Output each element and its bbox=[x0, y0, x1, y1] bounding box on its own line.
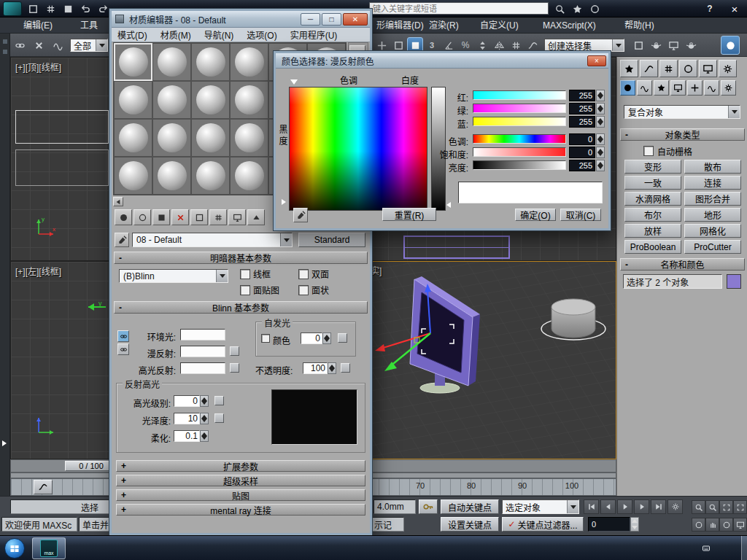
category-spacewarps[interactable] bbox=[704, 80, 719, 96]
whiteness-marker-icon[interactable] bbox=[446, 202, 451, 208]
hue-value-field[interactable]: 0 bbox=[569, 133, 595, 145]
start-button[interactable] bbox=[4, 538, 25, 559]
material-type-button[interactable]: Standard bbox=[298, 233, 365, 247]
help-icon[interactable]: ? bbox=[702, 1, 718, 17]
select-and-link-icon[interactable] bbox=[12, 37, 28, 53]
open-file-icon[interactable] bbox=[42, 1, 58, 17]
reset-material-icon[interactable] bbox=[171, 209, 189, 225]
object-button-procutter[interactable]: ProCutter bbox=[684, 240, 741, 254]
tab-display[interactable] bbox=[699, 60, 717, 77]
zoom-extents-icon[interactable] bbox=[719, 500, 733, 514]
ambient-color-swatch[interactable] bbox=[180, 329, 225, 341]
faceted-checkbox[interactable] bbox=[298, 285, 309, 295]
material-sample-slot[interactable] bbox=[152, 157, 191, 195]
red-value-field[interactable]: 255 bbox=[569, 90, 595, 101]
make-unique-icon[interactable] bbox=[190, 209, 208, 225]
zoom-extents-all-icon[interactable] bbox=[733, 500, 747, 514]
object-button-proboolean[interactable]: ProBoolean bbox=[624, 240, 681, 254]
material-sample-slot[interactable] bbox=[191, 81, 230, 119]
render-production-icon[interactable] bbox=[683, 37, 699, 53]
material-sample-slot[interactable] bbox=[230, 43, 268, 81]
menu-modes[interactable]: 模式(D) bbox=[117, 28, 147, 41]
material-sample-slot[interactable] bbox=[152, 43, 191, 81]
rollout-maps[interactable]: + 贴图 bbox=[116, 489, 365, 501]
maximize-viewport-icon[interactable] bbox=[733, 518, 747, 532]
rendered-frame-icon[interactable] bbox=[665, 37, 681, 53]
redo-icon[interactable] bbox=[95, 1, 111, 17]
assign-to-selection-icon[interactable] bbox=[152, 209, 170, 225]
material-sample-slot[interactable] bbox=[191, 157, 230, 195]
pick-material-eyedropper-icon[interactable] bbox=[115, 233, 129, 247]
specular-level-field[interactable]: 0 bbox=[174, 395, 200, 407]
self-illum-color-checkbox[interactable] bbox=[261, 334, 270, 343]
go-to-parent-icon[interactable] bbox=[247, 209, 265, 225]
set-key-button[interactable]: 设置关键点 bbox=[441, 517, 499, 532]
selection-filter-dropdown[interactable]: 全部 bbox=[70, 39, 108, 52]
named-selection-set-dropdown[interactable]: 创建选择集 bbox=[544, 39, 624, 52]
bind-to-spacewarp-icon[interactable] bbox=[50, 37, 66, 53]
material-sample-slot[interactable] bbox=[191, 119, 230, 157]
material-name-dropdown[interactable]: 08 - Default bbox=[132, 233, 293, 247]
close-icon[interactable]: × bbox=[727, 1, 743, 17]
menu-edit[interactable]: 编辑(E) bbox=[20, 18, 55, 34]
menu-options[interactable]: 选项(O) bbox=[247, 28, 276, 41]
auto-key-button[interactable]: 自动关键点 bbox=[441, 499, 499, 514]
set-key-toggle-icon[interactable] bbox=[419, 499, 438, 514]
scroll-left-icon[interactable] bbox=[113, 197, 123, 206]
minimize-icon[interactable]: ─ bbox=[301, 13, 320, 26]
viewport-left-label[interactable]: [+][左][线框] bbox=[15, 265, 61, 277]
material-sample-slot[interactable] bbox=[230, 119, 268, 157]
close-icon[interactable]: ✕ bbox=[343, 13, 368, 26]
self-illum-spinner[interactable] bbox=[322, 332, 331, 344]
object-category-dropdown[interactable]: 复合对象 bbox=[624, 105, 740, 119]
hue-spinner[interactable] bbox=[596, 133, 605, 145]
shader-type-dropdown[interactable]: (B)Blinn bbox=[119, 269, 228, 283]
previous-frame-icon[interactable] bbox=[600, 499, 616, 514]
diffuse-map-button[interactable] bbox=[230, 346, 239, 356]
green-spinner[interactable] bbox=[596, 103, 605, 114]
object-name-field[interactable]: 选择了 2 个对象 bbox=[623, 274, 722, 289]
blue-value-field[interactable]: 255 bbox=[569, 116, 595, 128]
object-button-loft[interactable]: 放样 bbox=[624, 224, 681, 238]
maximize-icon[interactable]: □ bbox=[322, 13, 341, 26]
glossiness-spinner[interactable] bbox=[200, 413, 209, 424]
current-frame-field[interactable]: 0 bbox=[588, 517, 630, 532]
self-illum-map-button[interactable] bbox=[338, 333, 347, 343]
material-sample-slot[interactable] bbox=[114, 81, 152, 119]
field-of-view-icon[interactable] bbox=[692, 518, 705, 532]
rollout-object-type[interactable]: - 对象类型 bbox=[620, 128, 745, 141]
two-sided-checkbox[interactable] bbox=[298, 269, 309, 279]
value-spinner[interactable] bbox=[596, 160, 605, 171]
menu-tools[interactable]: 工具 bbox=[77, 18, 101, 34]
specular-level-spinner[interactable] bbox=[200, 395, 209, 407]
close-icon[interactable]: × bbox=[587, 55, 606, 66]
tab-create[interactable] bbox=[620, 60, 638, 77]
saturation-slider[interactable] bbox=[473, 147, 566, 157]
self-illum-value-field[interactable]: 0 bbox=[301, 332, 322, 344]
object-button-blobmesh[interactable]: 水滴网格 bbox=[624, 192, 681, 206]
category-helpers[interactable] bbox=[687, 80, 703, 96]
object-color-swatch[interactable] bbox=[727, 274, 741, 289]
get-material-icon[interactable] bbox=[115, 209, 132, 225]
specular-level-map-button[interactable] bbox=[214, 396, 224, 405]
menu-customize[interactable]: 自定义(U) bbox=[477, 18, 522, 34]
menu-maxscript[interactable]: MAXScript(X) bbox=[540, 18, 599, 34]
reset-button[interactable]: 重置(R) bbox=[382, 208, 436, 221]
object-button-shapemerge[interactable]: 图形合并 bbox=[684, 192, 741, 206]
opacity-spinner[interactable] bbox=[328, 362, 336, 374]
object-button-conform[interactable]: 一致 bbox=[624, 176, 681, 190]
schematic-view-icon[interactable] bbox=[630, 37, 646, 53]
mini-curve-editor-button[interactable] bbox=[34, 480, 53, 494]
red-slider[interactable] bbox=[473, 90, 566, 100]
put-to-library-icon[interactable] bbox=[209, 209, 227, 225]
go-to-start-icon[interactable] bbox=[584, 499, 599, 514]
material-sample-slot[interactable] bbox=[114, 43, 152, 81]
search-input[interactable] bbox=[369, 2, 549, 15]
rollout-shader-basic[interactable]: - 明暗器基本参数 bbox=[114, 252, 368, 264]
object-button-morph[interactable]: 变形 bbox=[624, 160, 681, 174]
viewport-perspective-label[interactable]: 实] bbox=[371, 264, 382, 276]
taskbar-app-3dsmax[interactable]: max bbox=[32, 537, 66, 559]
favorites-star-icon[interactable] bbox=[569, 1, 585, 17]
viewport-top-label[interactable]: [+][顶][线框] bbox=[15, 61, 61, 73]
menu-graph-editors[interactable]: 形编辑器(D) bbox=[374, 18, 427, 34]
